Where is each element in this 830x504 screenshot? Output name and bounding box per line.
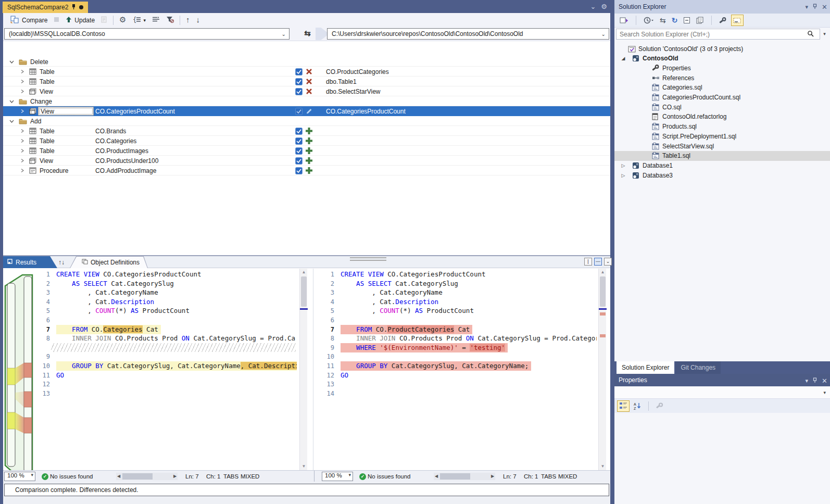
chevron-right-icon[interactable] <box>20 86 24 96</box>
table-row[interactable]: TableCO.ProductCategories <box>3 67 610 77</box>
chevron-right-icon[interactable] <box>20 126 24 136</box>
sync-icon[interactable]: ⇆ <box>659 15 667 26</box>
tree-item-contosoold-refactorlog[interactable]: ContosoOld.refactorlog <box>614 112 830 122</box>
include-checkbox[interactable] <box>295 126 303 136</box>
tree-item-table1-sql[interactable]: Table1.sql <box>614 151 830 161</box>
group-by-icon[interactable]: {▾ <box>130 15 149 26</box>
tree-item-selectstarview-sql[interactable]: SelectStarView.sql <box>614 141 830 151</box>
split-horizontal-button[interactable]: — <box>594 258 602 266</box>
search-options-chevron[interactable]: ▾ <box>821 29 828 40</box>
tree-item-database3[interactable]: ▷Database3 <box>614 170 830 180</box>
arrow-down-icon[interactable]: ↓ <box>193 15 204 26</box>
diff-minimap[interactable] <box>4 273 33 476</box>
chevron-right-icon[interactable] <box>20 136 24 146</box>
table-row[interactable]: ViewCO.CategoriesProductCountCO.Categori… <box>3 106 610 116</box>
schema-compare-grid[interactable]: DeleteTableCO.ProductCategoriesTabledbo.… <box>3 41 610 255</box>
table-row[interactable]: TableCO.Brands <box>3 126 610 136</box>
properties-title-bar[interactable]: Properties ▾ ✕ <box>614 374 830 386</box>
close-icon[interactable]: ✕ <box>822 3 827 11</box>
split-vertical-button[interactable]: ❘ <box>584 258 592 266</box>
tab-object-definitions[interactable]: Object Definitions <box>70 257 147 268</box>
tree-item-co-sql[interactable]: CO.sql <box>614 102 830 112</box>
include-checkbox[interactable] <box>295 77 303 86</box>
tree-item-categoriesproductcount-sql[interactable]: CategoriesProductCount.sql <box>614 93 830 103</box>
pin-icon[interactable] <box>813 4 817 10</box>
expander-collapsed-icon[interactable]: ▷ <box>621 173 626 178</box>
target-project-dropdown[interactable]: C:\Users\drskwier\source\repos\ContosoOl… <box>327 28 609 40</box>
categorized-view-button[interactable] <box>617 400 630 412</box>
solution-explorer-search-box[interactable] <box>616 29 820 40</box>
object-type-editbox[interactable]: View <box>38 107 94 116</box>
left-editor-scrollbar[interactable]: ▲▼ <box>299 269 307 470</box>
tree-item-script-predeployment1-sql[interactable]: Script.PreDeployment1.sql <box>614 131 830 141</box>
group-row-add[interactable]: Add <box>3 116 610 126</box>
collapse-pane-button[interactable]: ⌄ <box>604 258 612 266</box>
chevron-right-icon[interactable] <box>20 146 24 156</box>
document-tab-sqlschemacompare[interactable]: SqlSchemaCompare2 <box>3 2 88 13</box>
pending-changes-icon[interactable] <box>643 15 655 26</box>
tab-solution-explorer[interactable]: Solution Explorer <box>617 361 674 374</box>
expander-expanded-icon[interactable]: ◢ <box>621 56 626 61</box>
display-options-icon[interactable] <box>149 15 163 26</box>
include-checkbox[interactable] <box>295 156 303 166</box>
table-row[interactable]: TableCO.ProductImages <box>3 146 610 156</box>
search-icon[interactable] <box>807 30 814 39</box>
refresh-icon[interactable]: ↻ <box>671 15 679 26</box>
expander-collapsed-icon[interactable]: ▷ <box>621 163 626 168</box>
zoom-dropdown[interactable]: 100 %▾ <box>4 472 35 481</box>
filter-icon[interactable] <box>163 15 177 26</box>
search-input[interactable] <box>620 31 807 38</box>
chevron-down-icon[interactable] <box>9 57 14 67</box>
tab-results[interactable]: Results <box>3 256 57 268</box>
properties-wrench-icon[interactable] <box>718 15 727 26</box>
window-position-chevron-icon[interactable]: ▾ <box>806 377 809 384</box>
chevron-right-icon[interactable] <box>20 77 24 86</box>
table-row[interactable]: ViewCO.ProductsUnder100 <box>3 156 610 166</box>
compare-button[interactable]: Compare <box>7 14 51 27</box>
close-icon[interactable]: ✕ <box>822 377 827 385</box>
tree-item-properties[interactable]: Properties <box>614 63 830 73</box>
include-checkbox[interactable] <box>295 67 303 77</box>
vs-switch-icon[interactable] <box>619 15 630 26</box>
pin-icon[interactable] <box>813 377 817 384</box>
solution-explorer-title-bar[interactable]: Solution Explorer ▾ ✕ <box>614 0 830 14</box>
source-database-dropdown[interactable]: (localdb)\MSSQLLocalDB.Contoso ⌄ <box>4 28 290 40</box>
chevron-right-icon[interactable] <box>20 166 24 175</box>
pin-icon[interactable] <box>71 4 76 11</box>
chevron-down-icon[interactable] <box>9 96 14 106</box>
group-row-change[interactable]: Change <box>3 96 610 106</box>
horizontal-scrollbar[interactable]: ◀▶ <box>116 473 178 480</box>
tree-item-products-sql[interactable]: Products.sql <box>614 122 830 132</box>
include-checkbox[interactable] <box>295 136 303 146</box>
tab-git-changes[interactable]: Git Changes <box>675 361 721 374</box>
group-row-delete[interactable]: Delete <box>3 57 610 67</box>
table-row[interactable]: Tabledbo.Table1 <box>3 77 610 86</box>
arrow-up-icon[interactable]: ↑ <box>183 15 193 26</box>
tree-item-database1[interactable]: ▷Database1 <box>614 160 830 170</box>
include-checkbox[interactable] <box>295 146 303 156</box>
preview-selected-icon[interactable] <box>731 15 744 26</box>
horizontal-scrollbar[interactable]: ◀▶ <box>434 473 495 480</box>
gear-icon[interactable]: ⚙ <box>601 3 607 10</box>
pane-divider[interactable] <box>313 269 313 470</box>
tree-item-categories-sql[interactable]: Categories.sql <box>614 83 830 93</box>
splitter-grip[interactable] <box>350 257 386 261</box>
chevron-down-icon[interactable]: ⌄ <box>590 3 596 10</box>
update-button[interactable]: Update <box>62 15 98 26</box>
table-row[interactable]: Viewdbo.SelectStarView <box>3 86 610 96</box>
include-checkbox[interactable] <box>295 166 303 175</box>
window-position-chevron-icon[interactable]: ▾ <box>806 4 809 10</box>
collapse-all-icon[interactable] <box>682 15 691 26</box>
table-row[interactable]: TableCO.Categories <box>3 136 610 146</box>
tree-item-solution-contosoold-3-of-3-pro[interactable]: Solution 'ContosoOld' (3 of 3 projects) <box>614 44 830 54</box>
sort-order-button[interactable]: ↑↓ <box>58 257 69 267</box>
solution-tree[interactable]: Solution 'ContosoOld' (3 of 3 projects)◢… <box>614 42 830 354</box>
right-editor-scrollbar[interactable]: ▲▼ <box>598 269 606 470</box>
tree-item-references[interactable]: References <box>614 73 830 83</box>
chevron-right-icon[interactable] <box>20 67 24 77</box>
source-code-editor[interactable]: 1CREATE VIEW CO.CategoriesProductCount2 … <box>33 269 297 470</box>
include-checkbox[interactable] <box>295 106 303 116</box>
target-code-editor[interactable]: 1CREATE VIEW CO.CategoriesProductCount2 … <box>318 269 597 470</box>
alphabetical-sort-button[interactable]: AZ <box>633 400 643 412</box>
swap-source-target-button[interactable]: ⇆ <box>304 29 311 38</box>
